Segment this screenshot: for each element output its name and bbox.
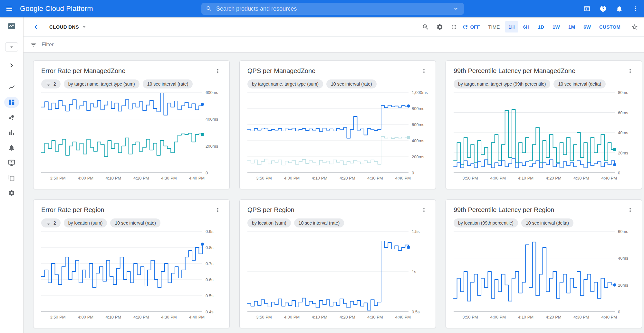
filter-chip[interactable]: 2 bbox=[41, 79, 61, 88]
dashboard-title: CLOUD DNS bbox=[49, 24, 79, 30]
chart-plot[interactable] bbox=[247, 231, 409, 312]
card-more-options-icon[interactable] bbox=[214, 206, 222, 214]
search-chevron-icon[interactable] bbox=[452, 5, 459, 12]
grouping-chip[interactable]: by target name, target type (sum) bbox=[64, 79, 139, 88]
grouping-chip[interactable]: by location (sum) bbox=[247, 218, 291, 227]
chip-label: 10 sec interval (rate) bbox=[331, 81, 372, 87]
time-label: TIME bbox=[488, 24, 500, 30]
x-tick-label: 4:10 PM bbox=[106, 176, 121, 180]
sidebar-item-metrics-explorer[interactable] bbox=[4, 82, 19, 93]
global-search[interactable] bbox=[201, 3, 464, 15]
y-tick-label: 0.5s bbox=[412, 310, 420, 314]
y-tick-label: 400ms bbox=[412, 138, 424, 143]
y-tick-label: 400ms bbox=[206, 117, 218, 122]
grouping-chip[interactable]: 10 sec interval (rate) bbox=[110, 218, 160, 227]
chip-label: 10 sec interval (rate) bbox=[299, 220, 340, 226]
grouping-chip[interactable]: by location (99th percentile) bbox=[454, 218, 518, 227]
chart-svg bbox=[454, 231, 615, 312]
chip-label: by location (sum) bbox=[252, 220, 286, 226]
filter-chip[interactable]: 2 bbox=[41, 218, 61, 227]
x-tick-label: 4:40 PM bbox=[601, 176, 617, 180]
y-axis-labels: 1.5s1s0.5s bbox=[409, 231, 428, 312]
sidebar-item-groups[interactable] bbox=[4, 172, 19, 183]
cloud-shell-icon[interactable] bbox=[583, 5, 591, 12]
time-range-6w[interactable]: 6W bbox=[580, 21, 594, 32]
y-tick-label: 60ms bbox=[618, 229, 628, 234]
grouping-chip[interactable]: by location (sum) bbox=[64, 218, 107, 227]
grouping-chip[interactable]: by target name, target type (sum) bbox=[247, 79, 323, 88]
chart-title: QPS per ManagedZone bbox=[247, 67, 315, 75]
x-tick-label: 4:00 PM bbox=[78, 315, 93, 319]
help-icon[interactable] bbox=[600, 5, 607, 12]
sidebar-item-reports[interactable] bbox=[4, 127, 19, 138]
chip-label: by target name, target type (sum) bbox=[68, 81, 135, 87]
x-tick-label: 4:30 PM bbox=[367, 315, 383, 319]
search-history-icon[interactable] bbox=[419, 21, 432, 33]
auto-refresh-toggle[interactable]: OFF bbox=[462, 24, 480, 30]
card-more-options-icon[interactable] bbox=[214, 67, 222, 75]
grouping-chip[interactable]: 10 sec interval (delta) bbox=[521, 218, 573, 227]
favorite-star-icon[interactable] bbox=[631, 23, 638, 31]
chart-plot[interactable] bbox=[41, 92, 202, 173]
chart-plot[interactable] bbox=[41, 231, 202, 312]
menu-icon[interactable] bbox=[0, 5, 19, 13]
search-icon bbox=[206, 5, 212, 12]
workspace-picker-dropdown[interactable] bbox=[5, 42, 18, 51]
card-more-options-icon[interactable] bbox=[420, 206, 428, 214]
sidebar-item-dashboards[interactable] bbox=[4, 97, 19, 108]
card-more-options-icon[interactable] bbox=[626, 67, 634, 75]
x-axis-labels: 3:50 PM4:00 PM4:10 PM4:20 PM4:30 PM4:40 … bbox=[41, 314, 202, 321]
sidebar-item-uptime-checks[interactable] bbox=[4, 157, 19, 168]
notifications-icon[interactable] bbox=[616, 5, 623, 12]
time-range-1d[interactable]: 1D bbox=[534, 21, 548, 32]
chip-label: 10 sec interval (delta) bbox=[526, 220, 569, 226]
x-tick-label: 4:00 PM bbox=[490, 176, 506, 180]
grouping-chip[interactable]: 10 sec interval (rate) bbox=[326, 79, 377, 88]
chart-chips: 2by location (sum)10 sec interval (rate) bbox=[41, 218, 222, 227]
card-more-options-icon[interactable] bbox=[626, 206, 634, 214]
chart-plot[interactable] bbox=[454, 231, 615, 312]
x-tick-label: 4:30 PM bbox=[573, 315, 589, 319]
sidebar-item-services[interactable] bbox=[4, 112, 19, 123]
search-input[interactable] bbox=[216, 5, 452, 12]
more-options-icon[interactable] bbox=[632, 5, 639, 12]
sidebar-item-settings[interactable] bbox=[4, 188, 19, 199]
dashboard-selector[interactable]: CLOUD DNS bbox=[49, 24, 87, 30]
x-tick-label: 3:50 PM bbox=[50, 176, 65, 180]
back-button[interactable] bbox=[33, 23, 41, 31]
x-tick-label: 4:20 PM bbox=[133, 315, 149, 319]
chip-label: by location (99th percentile) bbox=[458, 220, 514, 226]
x-axis-labels: 3:50 PM4:00 PM4:10 PM4:20 PM4:30 PM4:40 … bbox=[454, 314, 615, 321]
chart-chips: by target name, target type (sum)10 sec … bbox=[247, 79, 428, 88]
card-more-options-icon[interactable] bbox=[420, 67, 428, 75]
chart-svg bbox=[454, 92, 615, 173]
x-tick-label: 4:20 PM bbox=[546, 176, 561, 180]
grouping-chip[interactable]: 10 sec interval (delta) bbox=[553, 79, 606, 88]
x-tick-label: 4:10 PM bbox=[518, 176, 533, 180]
y-tick-label: 1.5s bbox=[412, 229, 420, 234]
y-axis-labels: 1,000ms800ms600ms400ms200ms0 bbox=[409, 92, 428, 173]
product-logo[interactable]: Google Cloud Platform bbox=[20, 5, 93, 13]
chart-plot[interactable] bbox=[247, 92, 409, 173]
y-tick-label: 0.5s bbox=[206, 293, 214, 298]
expand-sidebar-chevron-icon[interactable] bbox=[7, 61, 16, 69]
x-tick-label: 4:00 PM bbox=[284, 176, 300, 180]
fullscreen-icon[interactable] bbox=[448, 21, 460, 33]
time-range-1h[interactable]: 1H bbox=[505, 21, 518, 32]
time-range-6h[interactable]: 6H bbox=[520, 21, 533, 32]
chart-title: 99th Percentile Latency per Region bbox=[454, 206, 554, 214]
y-tick-label: 800ms bbox=[412, 106, 424, 111]
grouping-chip[interactable]: by target name, target type (99th percen… bbox=[454, 79, 550, 88]
chip-label: 10 sec interval (rate) bbox=[115, 220, 156, 226]
grouping-chip[interactable]: 10 sec interval (rate) bbox=[143, 79, 193, 88]
time-range-1w[interactable]: 1W bbox=[549, 21, 563, 32]
time-range-1m[interactable]: 1M bbox=[565, 21, 579, 32]
chart-plot[interactable] bbox=[454, 92, 615, 173]
chart-card: 99th Percentile Latency per Region by lo… bbox=[446, 199, 642, 328]
grouping-chip[interactable]: 10 sec interval (rate) bbox=[294, 218, 344, 227]
time-range-custom[interactable]: CUSTOM bbox=[596, 21, 624, 32]
filter-input[interactable] bbox=[42, 42, 644, 48]
x-tick-label: 4:40 PM bbox=[189, 176, 205, 180]
settings-gear-icon[interactable] bbox=[434, 21, 446, 33]
sidebar-item-alerting[interactable] bbox=[4, 142, 19, 153]
